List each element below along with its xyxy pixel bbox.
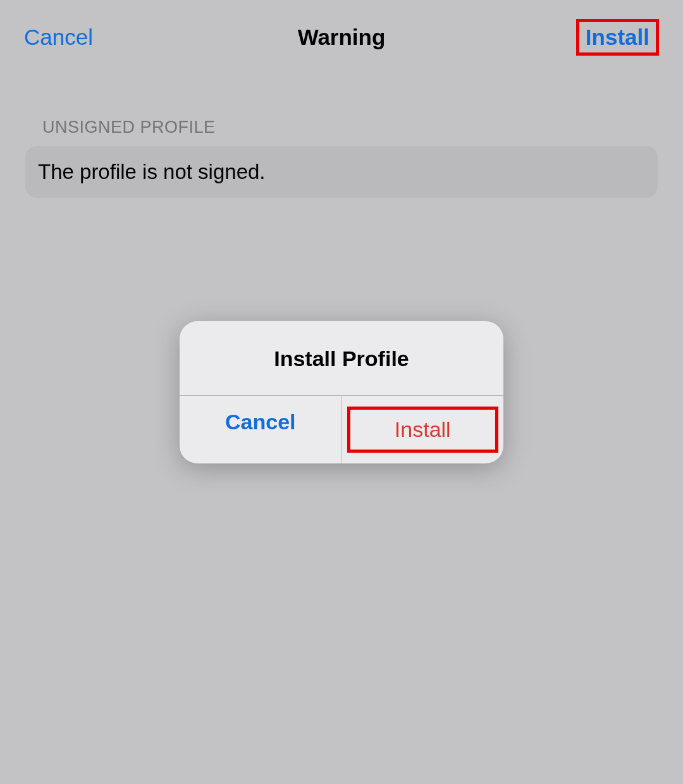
cancel-button[interactable]: Cancel (24, 25, 93, 50)
alert-title: Install Profile (180, 321, 503, 395)
info-box: The profile is not signed. (25, 146, 658, 198)
alert-dialog: Install Profile Cancel Install (180, 321, 503, 463)
install-button[interactable]: Install (586, 25, 649, 49)
alert-install-highlight: Install (347, 407, 498, 453)
install-button-highlight: Install (576, 19, 659, 56)
info-message: The profile is not signed. (38, 160, 645, 184)
page-title: Warning (298, 25, 386, 50)
header-bar: Cancel Warning Install (0, 0, 683, 75)
alert-button-row: Cancel Install (180, 395, 503, 463)
alert-install-button[interactable]: Install (342, 396, 504, 463)
section-header: UNSIGNED PROFILE (42, 118, 683, 137)
alert-install-label: Install (395, 417, 451, 441)
alert-cancel-button[interactable]: Cancel (180, 396, 342, 463)
